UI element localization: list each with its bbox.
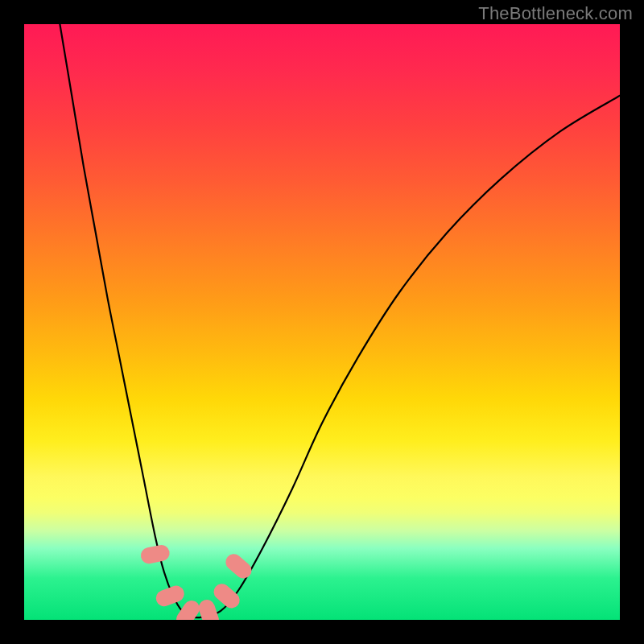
plot-area	[24, 24, 620, 620]
marker-6	[222, 551, 254, 582]
chart-frame: TheBottleneck.com	[0, 0, 644, 644]
watermark-text: TheBottleneck.com	[478, 3, 633, 24]
markers-group	[139, 543, 254, 620]
marker-1	[139, 543, 171, 565]
marker-5	[210, 580, 242, 612]
chart-svg	[24, 24, 620, 620]
bottleneck-curve	[60, 24, 620, 617]
curve-group	[60, 24, 620, 617]
